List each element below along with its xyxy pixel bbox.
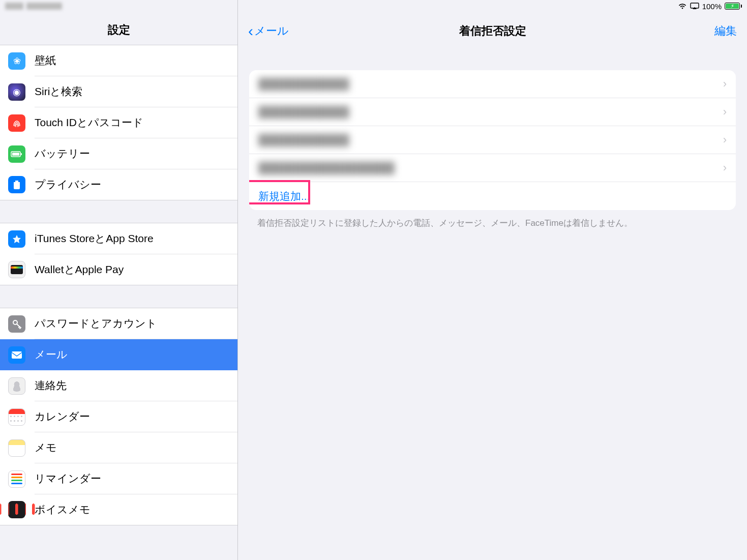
add-new-label: 新規追加... [258, 189, 727, 203]
sidebar-item-contacts[interactable]: 連絡先 [0, 370, 237, 401]
blocked-list: ████████████ › ████████████ › ██████████… [249, 70, 736, 210]
sidebar-item-privacy[interactable]: プライバシー [0, 169, 237, 200]
sidebar-item-mail[interactable]: メール [0, 339, 237, 370]
sidebar-item-label: 壁紙 [35, 45, 237, 76]
chevron-right-icon: › [723, 105, 727, 119]
settings-sidebar: 設定 ❀ 壁紙 ◉ Siriと検索 Touch IDとパスコード [0, 0, 238, 560]
sidebar-item-label: メモ [35, 432, 237, 463]
touchid-icon [8, 114, 25, 132]
sidebar-item-wallet[interactable]: WalletとApple Pay [0, 254, 237, 285]
chevron-left-icon: ‹ [248, 23, 253, 39]
sidebar-item-wallpaper[interactable]: ❀ 壁紙 [0, 45, 237, 76]
sidebar-item-label: プライバシー [35, 169, 237, 200]
sidebar-item-label: パスワードとアカウント [35, 308, 237, 339]
sidebar-item-label: WalletとApple Pay [35, 254, 237, 285]
back-label: メール [254, 23, 289, 39]
contacts-icon [8, 377, 25, 395]
chevron-right-icon: › [723, 161, 727, 174]
svg-rect-3 [21, 153, 22, 155]
sidebar-item-label: メール [35, 339, 237, 370]
sidebar-group-store: iTunes StoreとApp Store WalletとApple Pay [0, 223, 237, 285]
detail-title: 着信拒否設定 [238, 23, 747, 39]
privacy-icon [8, 176, 25, 193]
wifi-icon [678, 3, 687, 10]
sidebar-item-battery[interactable]: バッテリー [0, 138, 237, 169]
sidebar-item-passwords[interactable]: パスワードとアカウント [0, 308, 237, 339]
blocked-contact-name: ████████████ [258, 78, 723, 90]
key-icon [8, 315, 25, 333]
battery-icon: ⚡︎ [725, 3, 742, 10]
edit-button[interactable]: 編集 [714, 23, 737, 39]
voicememo-icon: ⏽⏐⏽⏐⏽ [8, 501, 25, 518]
sidebar-item-label: iTunes StoreとApp Store [35, 223, 237, 254]
blocked-contact-name: ████████████ [258, 134, 723, 146]
svg-rect-2 [12, 153, 19, 156]
detail-pane: ‹ メール 着信拒否設定 編集 ████████████ › █████████… [238, 0, 747, 560]
add-new-contact-row[interactable]: 新規追加... [249, 182, 736, 210]
blocked-contact-name: ████████████ [258, 106, 723, 118]
sidebar-group-general: ❀ 壁紙 ◉ Siriと検索 Touch IDとパスコード [0, 45, 237, 200]
sidebar-item-label: 連絡先 [35, 370, 237, 401]
back-button[interactable]: ‹ メール [248, 23, 289, 39]
chevron-right-icon: › [723, 77, 727, 91]
sidebar-title: 設定 [108, 22, 130, 38]
wallpaper-icon: ❀ [8, 52, 25, 70]
chevron-right-icon: › [723, 133, 727, 146]
wallet-icon [8, 261, 25, 278]
status-left-blur [5, 3, 62, 10]
blocked-contact-row[interactable]: ████████████ › [249, 98, 736, 126]
mail-icon [8, 346, 25, 364]
battery-settings-icon [8, 145, 25, 163]
sidebar-item-appstore[interactable]: iTunes StoreとApp Store [0, 223, 237, 254]
sidebar-item-calendar[interactable]: カレンダー [0, 401, 237, 432]
sidebar-item-notes[interactable]: メモ [0, 432, 237, 463]
siri-icon: ◉ [8, 83, 25, 101]
reminders-icon [8, 470, 25, 488]
sidebar-item-touchid[interactable]: Touch IDとパスコード [0, 107, 237, 138]
airplay-icon [690, 3, 699, 10]
sidebar-item-label: Touch IDとパスコード [35, 107, 237, 138]
blocked-contact-row[interactable]: ██████████████████ › [249, 154, 736, 182]
sidebar-item-label: リマインダー [35, 463, 237, 494]
blocked-contact-name: ██████████████████ [258, 162, 723, 174]
blocked-footer-note: 着信拒否設定リストに登録した人からの電話、メッセージ、メール、FaceTimeは… [257, 217, 728, 229]
sidebar-item-label: カレンダー [35, 401, 237, 432]
sidebar-item-siri[interactable]: ◉ Siriと検索 [0, 76, 237, 107]
blocked-contact-row[interactable]: ████████████ › [249, 126, 736, 154]
sidebar-item-voicememos[interactable]: ⏽⏐⏽⏐⏽ ボイスメモ [0, 494, 237, 525]
calendar-icon [8, 408, 25, 426]
sidebar-item-label: Siriと検索 [35, 76, 237, 107]
sidebar-item-label: バッテリー [35, 138, 237, 169]
battery-percent: 100% [702, 2, 722, 11]
sidebar-group-apps: パスワードとアカウント メール 連絡先 カレンダー [0, 308, 237, 525]
sidebar-item-label: ボイスメモ [35, 494, 237, 525]
appstore-icon [8, 230, 25, 248]
status-bar: 100% ⚡︎ [0, 0, 747, 12]
svg-rect-5 [12, 351, 22, 359]
notes-icon [8, 439, 25, 457]
blocked-contact-row[interactable]: ████████████ › [249, 70, 736, 98]
sidebar-item-reminders[interactable]: リマインダー [0, 463, 237, 494]
